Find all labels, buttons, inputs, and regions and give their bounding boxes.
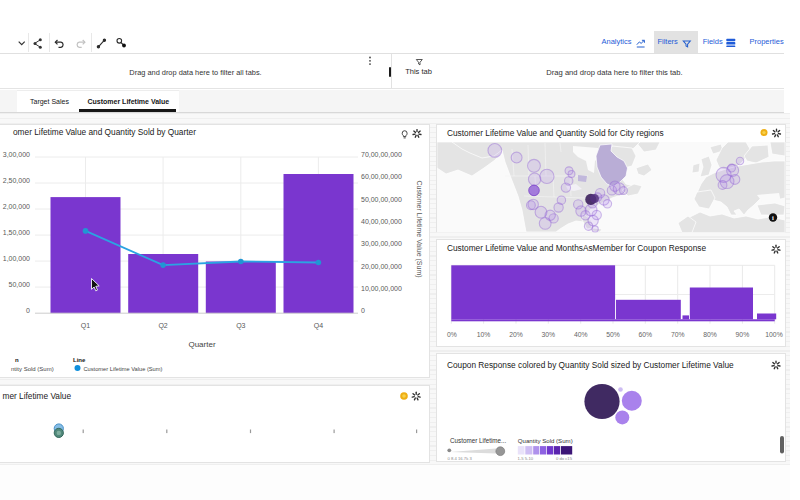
svg-text:50%: 50% [606, 331, 620, 338]
svg-text:Q4: Q4 [314, 322, 323, 330]
svg-text:Q3: Q3 [236, 322, 245, 330]
svg-text:Customer Lifetime...: Customer Lifetime... [450, 437, 507, 444]
svg-text:Q1: Q1 [81, 322, 90, 330]
svg-text:n: n [15, 357, 19, 363]
svg-text:40,00,00,000: 40,00,00,000 [361, 218, 402, 225]
svg-text:90%: 90% [736, 331, 750, 338]
svg-text:Customer Lifetime Value (Sum): Customer Lifetime Value (Sum) [415, 180, 423, 277]
svg-text:10%: 10% [477, 331, 491, 338]
svg-text:0%: 0% [447, 331, 457, 338]
svg-text:Quarter: Quarter [188, 340, 215, 349]
svg-text:50,00,00,000: 50,00,00,000 [361, 196, 402, 203]
svg-text:0 do c15: 0 do c15 [556, 456, 573, 461]
svg-text:100%: 100% [765, 331, 782, 338]
svg-text:1,00,000: 1,00,000 [3, 255, 30, 262]
svg-text:60,00,00,000: 60,00,00,000 [361, 173, 402, 180]
svg-text:ntity Sold (Sum): ntity Sold (Sum) [11, 366, 54, 372]
svg-text:70,00,00,000: 70,00,00,000 [361, 151, 402, 158]
svg-text:2,50,000: 2,50,000 [3, 177, 30, 184]
svg-text:2,00,000: 2,00,000 [3, 203, 30, 210]
svg-text:Customer Lifetime Value (Sum): Customer Lifetime Value (Sum) [84, 366, 163, 372]
svg-text:Line: Line [73, 357, 86, 363]
svg-text:Quantity Sold (Sum): Quantity Sold (Sum) [518, 437, 573, 444]
svg-text:60%: 60% [638, 331, 652, 338]
svg-text:80%: 80% [703, 331, 717, 338]
svg-text:i: i [772, 214, 774, 221]
svg-text:0: 0 [361, 307, 365, 314]
svg-text:20%: 20% [509, 331, 523, 338]
svg-text:70%: 70% [671, 331, 685, 338]
svg-text:Q2: Q2 [158, 322, 167, 330]
svg-text:0: 0 [26, 307, 30, 314]
svg-text:50,000: 50,000 [9, 281, 31, 288]
svg-text:1-5 5-10: 1-5 5-10 [518, 456, 534, 461]
svg-text:30%: 30% [541, 331, 555, 338]
svg-text:3,00,000: 3,00,000 [3, 151, 30, 158]
svg-text:40%: 40% [574, 331, 588, 338]
svg-text:20,00,00,000: 20,00,00,000 [361, 263, 402, 270]
svg-text:10,00,00,000: 10,00,00,000 [361, 285, 402, 292]
svg-text:30,00,00,000: 30,00,00,000 [361, 240, 402, 247]
svg-text:0 8.4 16.7k 3: 0 8.4 16.7k 3 [448, 456, 473, 461]
svg-text:1,50,000: 1,50,000 [3, 229, 30, 236]
